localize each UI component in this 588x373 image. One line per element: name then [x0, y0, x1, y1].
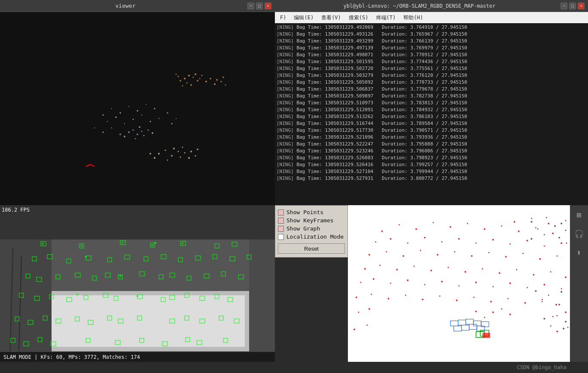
menu-item-file[interactable]: F)	[277, 14, 289, 21]
svg-point-168	[484, 228, 485, 230]
svg-point-17	[216, 79, 218, 81]
svg-rect-161	[348, 206, 570, 361]
svg-point-177	[441, 241, 442, 243]
minimize-button[interactable]: −	[247, 3, 254, 9]
svg-point-42	[133, 130, 134, 131]
svg-point-183	[544, 246, 545, 247]
svg-point-32	[141, 115, 142, 115]
svg-point-192	[488, 252, 490, 253]
menu-item-help[interactable]: 帮助(H)	[400, 13, 427, 22]
svg-point-239	[565, 220, 567, 221]
show-keyframes-label: Show KeyFrames	[286, 217, 334, 224]
svg-point-202	[448, 267, 449, 268]
svg-point-208	[550, 271, 551, 273]
svg-point-228	[439, 295, 440, 297]
svg-point-60	[149, 153, 151, 155]
localization-mode-checkbox[interactable]	[278, 234, 284, 240]
svg-point-256	[537, 228, 539, 230]
show-graph-row[interactable]: Show Graph	[278, 225, 345, 232]
svg-point-199	[396, 269, 398, 270]
svg-point-186	[386, 251, 387, 252]
terminal-titlebar-controls: − □ ×	[561, 3, 585, 9]
svg-point-218	[493, 286, 494, 287]
svg-point-260	[544, 234, 545, 235]
close-button[interactable]: ×	[265, 3, 271, 9]
svg-point-35	[167, 112, 168, 114]
svg-point-50	[148, 130, 149, 131]
svg-point-205	[499, 272, 500, 274]
menu-item-search[interactable]: 搜索(S)	[345, 13, 372, 22]
log-line: [NING] Bag Time: 1305031229.506837 Durat…	[277, 86, 586, 93]
svg-point-270	[565, 321, 567, 322]
log-line: [NING] Bag Time: 1305031229.497139 Durat…	[277, 45, 586, 52]
svg-point-246	[369, 308, 370, 310]
viewer-titlebar: viewer − □ ×	[0, 0, 275, 12]
terminal-minimize-button[interactable]: −	[561, 3, 567, 9]
show-graph-checkbox[interactable]	[278, 226, 284, 232]
arrow-up-icon[interactable]: ⬆	[573, 246, 585, 258]
svg-point-53	[165, 150, 166, 151]
svg-point-180	[492, 239, 494, 241]
menu-item-terminal[interactable]: 终端(T)	[373, 13, 399, 22]
svg-point-14	[182, 85, 183, 87]
svg-point-268	[543, 318, 545, 320]
viewer-3d[interactable]	[0, 12, 275, 205]
svg-point-54	[171, 155, 173, 157]
svg-point-163	[399, 224, 400, 225]
headphone-icon[interactable]: 🎧	[573, 227, 585, 240]
map-svg	[348, 205, 570, 362]
svg-point-191	[471, 255, 472, 257]
menu-item-edit[interactable]: 编辑(E)	[290, 13, 317, 22]
svg-point-63	[182, 147, 183, 148]
svg-point-229	[456, 300, 458, 301]
menu-item-view[interactable]: 查看(V)	[318, 13, 344, 22]
fps-label: 186.2 FPS	[2, 207, 30, 213]
svg-point-3	[193, 77, 194, 78]
maximize-button[interactable]: □	[256, 3, 263, 9]
show-points-label: Show Points	[286, 209, 323, 215]
svg-point-252	[567, 327, 569, 328]
svg-point-27	[154, 108, 155, 109]
svg-point-235	[558, 304, 560, 306]
svg-point-203	[464, 271, 466, 273]
svg-point-30	[124, 123, 125, 124]
svg-point-156	[155, 242, 156, 244]
svg-point-2	[188, 75, 190, 76]
svg-point-258	[565, 230, 567, 231]
log-line: [NING] Bag Time: 1305031229.523246 Durat…	[277, 148, 586, 155]
svg-point-216	[458, 285, 460, 286]
svg-point-57	[167, 160, 168, 161]
show-keyframes-checkbox[interactable]	[278, 218, 284, 224]
svg-point-231	[490, 301, 492, 303]
map-view[interactable]	[348, 205, 570, 362]
svg-point-55	[178, 151, 179, 152]
right-sidebar: ⊞ 🎧 ⬆	[570, 205, 588, 362]
svg-point-209	[565, 276, 567, 278]
svg-point-215	[441, 281, 443, 282]
svg-point-37	[103, 132, 104, 133]
svg-point-6	[195, 73, 196, 75]
svg-point-47	[139, 126, 140, 128]
reset-button[interactable]: Reset	[278, 243, 345, 254]
svg-point-197	[364, 268, 366, 270]
svg-point-255	[561, 223, 562, 224]
log-line: [NING] Bag Time: 1305031229.522247 Durat…	[277, 141, 586, 148]
svg-point-240	[492, 312, 494, 313]
svg-point-160	[137, 295, 138, 297]
terminal-maximize-button[interactable]: □	[569, 3, 576, 9]
svg-point-13	[210, 78, 211, 79]
localization-mode-row[interactable]: Localization Mode	[278, 234, 345, 240]
show-points-checkbox[interactable]	[278, 209, 284, 215]
svg-point-253	[531, 221, 533, 223]
svg-point-51	[152, 132, 153, 134]
show-points-row[interactable]: Show Points	[278, 209, 345, 215]
svg-point-257	[554, 225, 556, 227]
svg-point-201	[430, 270, 432, 271]
svg-point-211	[373, 278, 375, 280]
show-keyframes-row[interactable]: Show KeyFrames	[278, 217, 345, 224]
svg-point-179	[475, 243, 477, 244]
slam-status: SLAM MODE | KFs: 60, MPs: 3772, Matches:…	[0, 352, 275, 362]
grid-icon[interactable]: ⊞	[573, 209, 585, 221]
terminal-close-button[interactable]: ×	[578, 3, 585, 9]
svg-point-214	[424, 284, 425, 285]
